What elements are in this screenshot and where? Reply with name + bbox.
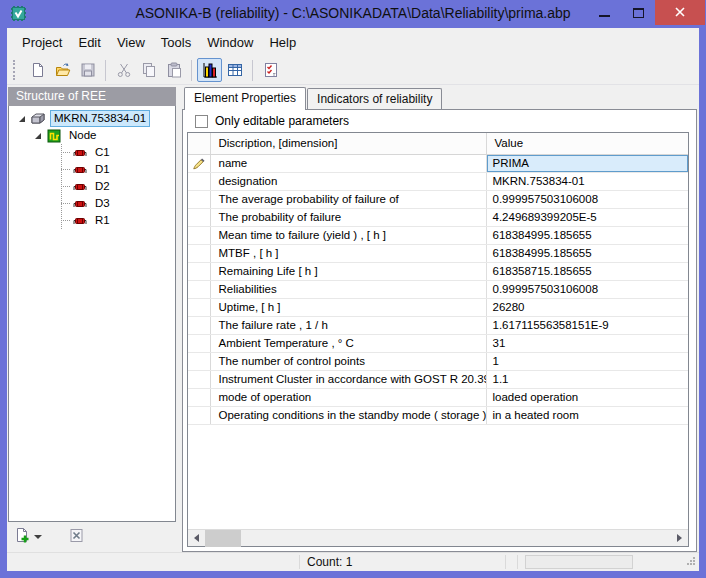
dropdown-caret-icon [34,535,42,539]
scrollbar-thumb[interactable] [205,530,241,547]
properties-panel: Element Properties Indicators of reliabi… [182,87,697,552]
menu-help[interactable]: Help [261,31,304,54]
prop-desc[interactable]: name [210,154,486,172]
tree-connector [61,203,70,204]
open-button[interactable] [50,58,75,82]
prop-desc[interactable]: Ambient Temperature , ° C [210,334,486,352]
menu-window[interactable]: Window [199,31,261,54]
tree-item-c1[interactable]: C1 [61,144,175,161]
tree-item-d1[interactable]: D1 [61,161,175,178]
prop-desc[interactable]: The number of control points [210,352,486,370]
prop-desc[interactable]: The probability of failure [210,208,486,226]
scroll-left-button[interactable] [188,530,205,547]
prop-value[interactable]: MKRN.753834-01 [486,172,688,190]
menu-project[interactable]: Project [14,31,70,54]
row-selector[interactable] [188,388,210,406]
tree-item-label[interactable]: D1 [92,162,113,177]
prop-desc[interactable]: The average probability of failure of [210,190,486,208]
row-selector[interactable] [188,208,210,226]
tree-item-r1[interactable]: R1 [61,212,175,229]
menu-edit[interactable]: Edit [70,31,108,54]
tab-strip: Element Properties Indicators of reliabi… [182,87,697,109]
paste-button[interactable] [161,58,186,82]
row-selector[interactable] [188,334,210,352]
prop-value[interactable]: 0.999957503106008 [486,280,688,298]
prop-value[interactable]: 618384995.185655 [486,244,688,262]
maximize-button[interactable] [621,0,655,25]
tree-item-d2[interactable]: D2 [61,178,175,195]
tree-item-label[interactable]: D2 [92,179,113,194]
tree-item-label[interactable]: C1 [92,145,113,160]
menu-view[interactable]: View [109,31,153,54]
prop-desc[interactable]: designation [210,172,486,190]
row-selector[interactable] [188,262,210,280]
tree-item-node[interactable]: Node [9,127,175,144]
new-button[interactable] [25,58,50,82]
row-selector[interactable] [188,226,210,244]
table-view-button[interactable] [222,58,247,82]
save-button[interactable] [75,58,100,82]
row-selector[interactable] [188,316,210,334]
row-selector[interactable] [188,406,210,424]
tab-element-properties[interactable]: Element Properties [184,87,306,110]
prop-desc[interactable]: Reliabilities [210,280,486,298]
prop-value[interactable]: 1 [486,352,688,370]
tree-item-label[interactable]: Node [66,128,100,143]
cut-button[interactable] [111,58,136,82]
prop-value[interactable]: 31 [486,334,688,352]
prop-value[interactable]: 618384995.185655 [486,226,688,244]
prop-desc[interactable]: Operating conditions in the standby mode… [210,406,486,424]
row-selector[interactable] [188,370,210,388]
copy-button[interactable] [136,58,161,82]
column-header-description[interactable]: Discription, [dimension] [210,133,486,154]
tab-indicators-of-reliability[interactable]: Indicators of reliability [307,88,442,109]
prop-desc[interactable]: Instrument Cluster in accordance with GO… [210,370,486,388]
report-button[interactable] [258,58,283,82]
prop-desc[interactable]: Uptime, [ h ] [210,298,486,316]
add-element-button[interactable] [12,525,44,550]
prop-desc[interactable]: Mean time to failure (yield ) , [ h ] [210,226,486,244]
row-selector[interactable] [188,280,210,298]
prop-desc[interactable]: MTBF , [ h ] [210,244,486,262]
tree-item-label[interactable]: MKRN.753834-01 [50,110,150,127]
prop-value[interactable]: 4.249689399205E-5 [486,208,688,226]
prop-value[interactable]: 26280 [486,298,688,316]
prop-value[interactable]: 1.1 [486,370,688,388]
cut-icon [116,62,132,78]
horizontal-scrollbar[interactable] [188,529,688,546]
scroll-right-button[interactable] [671,530,688,547]
prop-desc[interactable]: The failure rate , 1 / h [210,316,486,334]
resize-grip[interactable] [686,555,696,569]
tree-item-d3[interactable]: D3 [61,195,175,212]
row-selector[interactable] [188,244,210,262]
delete-element-button[interactable] [66,525,87,550]
prop-desc[interactable]: mode of operation [210,388,486,406]
prop-value[interactable]: in a heated room [486,406,688,424]
tree-item-label[interactable]: R1 [92,213,113,228]
row-selector[interactable] [188,298,210,316]
grid-rows-area: Discription, [dimension] Value name PRIM… [188,133,688,529]
expander-icon[interactable] [35,133,41,139]
prop-value[interactable]: 1.61711556358151E-9 [486,316,688,334]
row-selector[interactable] [188,190,210,208]
column-header-value[interactable]: Value [486,133,688,154]
toolbar-separator [252,60,253,81]
toolbar-grip[interactable] [13,60,17,80]
row-selector[interactable] [188,172,210,190]
minimize-button[interactable] [587,0,621,25]
tree-item-root[interactable]: MKRN.753834-01 [9,110,175,127]
menu-tools[interactable]: Tools [153,31,199,54]
tree-item-label[interactable]: D3 [92,196,113,211]
close-button[interactable] [655,0,705,25]
only-editable-checkbox[interactable] [195,115,208,128]
expander-icon[interactable] [19,116,25,122]
save-icon [80,62,96,78]
prop-value[interactable]: PRIMA [486,154,688,172]
prop-desc[interactable]: Remaining Life [ h ] [210,262,486,280]
prop-value[interactable]: 618358715.185655 [486,262,688,280]
prop-value[interactable]: 0.999957503106008 [486,190,688,208]
chart-view-button[interactable] [197,58,222,82]
prop-value[interactable]: loaded operation [486,388,688,406]
current-row-indicator [188,154,210,172]
row-selector[interactable] [188,352,210,370]
